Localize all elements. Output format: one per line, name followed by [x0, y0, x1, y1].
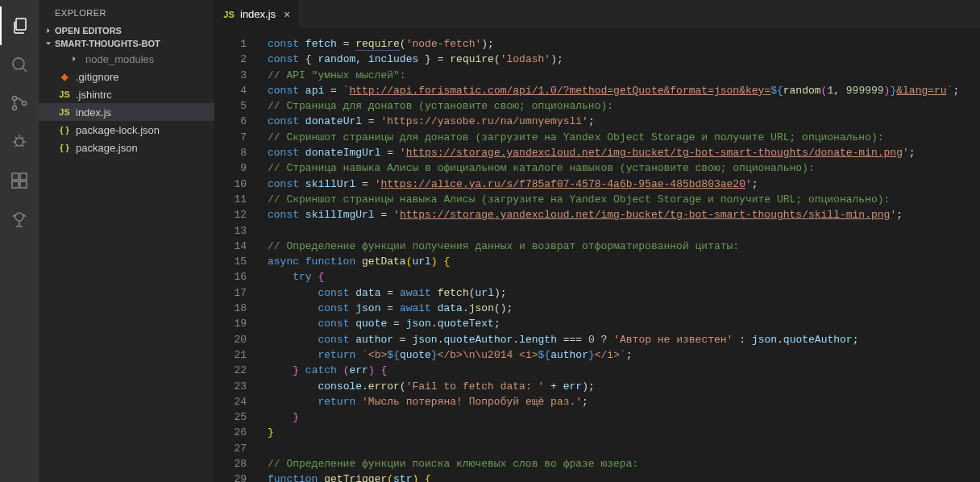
open-editors-section[interactable]: OPEN EDITORS	[39, 24, 214, 37]
js-icon: JS	[58, 106, 71, 118]
close-icon[interactable]: ×	[280, 8, 290, 21]
chevron-right-icon	[68, 52, 81, 65]
svg-rect-9	[20, 173, 27, 180]
explorer-sidebar: EXPLORER OPEN EDITORS SMART-THOUGHTS-BOT…	[39, 0, 214, 482]
activity-bar	[0, 0, 39, 482]
file-item--jshintrc[interactable]: JS.jshintrc	[39, 85, 214, 103]
json-icon: { }	[58, 123, 71, 136]
js-icon: JS	[58, 88, 71, 101]
sidebar-title: EXPLORER	[39, 0, 214, 24]
source-control-icon[interactable]	[0, 84, 39, 123]
chevron-down-icon	[42, 39, 55, 48]
svg-point-3	[13, 106, 17, 110]
file-name: index.js	[76, 106, 111, 118]
workspace-section[interactable]: SMART-THOUGHTS-BOT	[39, 37, 214, 50]
env-icon[interactable]	[0, 200, 39, 239]
code-content[interactable]: const fetch = require('node-fetch');cons…	[261, 28, 980, 482]
search-icon[interactable]	[0, 45, 39, 84]
tab-label: index.js	[240, 8, 276, 20]
debug-icon[interactable]	[0, 123, 39, 161]
svg-rect-6	[12, 173, 19, 180]
chevron-right-icon	[42, 26, 55, 35]
line-numbers: 1234567891011121314151617181920212223242…	[214, 28, 261, 482]
open-editors-label: OPEN EDITORS	[55, 26, 122, 35]
svg-point-2	[13, 97, 17, 101]
file-name: package-lock.json	[76, 124, 160, 136]
tab-index-js[interactable]: JS index.js ×	[214, 0, 298, 28]
file-name: node_modules	[85, 53, 154, 65]
explorer-icon[interactable]	[0, 6, 39, 45]
svg-rect-8	[20, 181, 27, 188]
file-item-package-json[interactable]: { }package.json	[39, 139, 214, 156]
svg-rect-0	[16, 19, 26, 30]
json-icon: { }	[58, 141, 71, 154]
js-icon: JS	[222, 8, 235, 21]
svg-point-1	[13, 58, 24, 69]
svg-point-4	[23, 102, 27, 106]
tab-bar: JS index.js ×	[214, 0, 980, 28]
svg-point-10	[15, 213, 23, 221]
code-editor[interactable]: 1234567891011121314151617181920212223242…	[214, 28, 980, 482]
file-item--gitignore[interactable]: ◆.gitignore	[39, 68, 214, 85]
file-name: package.json	[76, 142, 138, 154]
file-item-node-modules[interactable]: node_modules	[39, 50, 214, 68]
file-item-index-js[interactable]: JSindex.js	[39, 103, 214, 121]
file-tree: node_modules◆.gitignoreJS.jshintrcJSinde…	[39, 50, 214, 156]
extensions-icon[interactable]	[0, 161, 39, 200]
file-item-package-lock-json[interactable]: { }package-lock.json	[39, 121, 214, 139]
git-icon: ◆	[58, 70, 71, 83]
editor-area: JS index.js × 12345678910111213141516171…	[214, 0, 980, 482]
file-name: .gitignore	[76, 71, 118, 83]
file-name: .jshintrc	[76, 89, 112, 101]
svg-rect-7	[12, 181, 19, 188]
workspace-label: SMART-THOUGHTS-BOT	[55, 39, 160, 48]
